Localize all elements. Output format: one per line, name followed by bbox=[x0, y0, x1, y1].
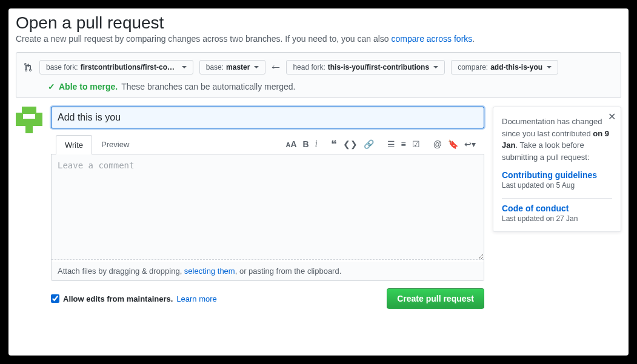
learn-more-link[interactable]: Learn more bbox=[176, 294, 216, 303]
tab-write[interactable]: Write bbox=[56, 135, 92, 154]
unordered-list-icon[interactable]: ☰ bbox=[387, 139, 395, 149]
caret-down-icon bbox=[254, 66, 259, 68]
formatting-toolbar: AA B i ❝ ❮❯ 🔗 ☰ ≡ ☑ bbox=[286, 137, 479, 151]
page-subtitle: Create a new pull request by comparing c… bbox=[16, 34, 621, 44]
base-branch-dropdown[interactable]: base: master bbox=[199, 60, 266, 74]
reply-icon[interactable]: ↩▾ bbox=[464, 139, 476, 149]
caret-down-icon bbox=[182, 66, 187, 68]
divider bbox=[502, 198, 612, 199]
close-icon[interactable]: ✕ bbox=[608, 111, 616, 122]
compare-forks-link[interactable]: compare across forks bbox=[391, 34, 472, 44]
arrow-left-icon: 🡐 bbox=[272, 62, 280, 72]
allow-edits-label: Allow edits from maintainers. bbox=[63, 294, 173, 303]
popover-text: Documentation has changed since you last… bbox=[502, 116, 612, 163]
italic-icon[interactable]: i bbox=[315, 139, 318, 149]
avatar bbox=[16, 107, 42, 133]
select-files-link[interactable]: selecting them bbox=[184, 266, 235, 276]
contributing-guidelines-link[interactable]: Contributing guidelines bbox=[502, 170, 612, 180]
quote-icon[interactable]: ❝ bbox=[331, 137, 337, 151]
allow-edits-row: Allow edits from maintainers. Learn more bbox=[51, 294, 217, 303]
merge-status-label: Able to merge. bbox=[59, 82, 118, 91]
caret-down-icon bbox=[433, 66, 438, 68]
compare-box: base fork: firstcontributions/first-cont… bbox=[16, 52, 621, 98]
heading-icon[interactable]: AA bbox=[286, 139, 297, 149]
tab-preview[interactable]: Preview bbox=[92, 134, 138, 154]
link-icon[interactable]: 🔗 bbox=[364, 139, 374, 149]
head-fork-dropdown[interactable]: head fork: this-is-you/first-contributio… bbox=[286, 60, 445, 74]
bold-icon[interactable]: B bbox=[303, 139, 309, 149]
page-title: Open a pull request bbox=[16, 13, 621, 33]
pr-title-input[interactable] bbox=[51, 107, 484, 128]
mention-icon[interactable]: @ bbox=[433, 139, 442, 149]
contributing-guidelines-meta: Last updated on 5 Aug bbox=[502, 181, 612, 190]
caret-down-icon bbox=[547, 66, 552, 68]
allow-edits-checkbox[interactable] bbox=[51, 294, 59, 303]
code-icon[interactable]: ❮❯ bbox=[343, 139, 358, 149]
comment-textarea[interactable] bbox=[52, 154, 484, 260]
code-of-conduct-link[interactable]: Code of conduct bbox=[502, 204, 612, 213]
git-compare-icon bbox=[24, 62, 33, 72]
editor-tabs: Write Preview AA B i ❝ ❮❯ 🔗 bbox=[51, 134, 484, 154]
base-fork-dropdown[interactable]: base fork: firstcontributions/first-cont… bbox=[39, 60, 193, 74]
ordered-list-icon[interactable]: ≡ bbox=[401, 139, 406, 149]
code-of-conduct-meta: Last updated on 27 Jan bbox=[502, 214, 612, 223]
task-list-icon[interactable]: ☑ bbox=[412, 139, 420, 149]
merge-status-desc: These branches can be automatically merg… bbox=[121, 82, 295, 91]
attach-hint: Attach files by dragging & dropping, sel… bbox=[52, 262, 484, 280]
reference-icon[interactable]: 🔖 bbox=[448, 139, 458, 149]
doc-change-popover: ✕ Documentation has changed since you la… bbox=[493, 107, 621, 232]
create-pr-button[interactable]: Create pull request bbox=[387, 288, 484, 309]
check-icon: ✓ bbox=[48, 82, 55, 91]
compare-branch-dropdown[interactable]: compare: add-this-is-you bbox=[451, 60, 558, 74]
